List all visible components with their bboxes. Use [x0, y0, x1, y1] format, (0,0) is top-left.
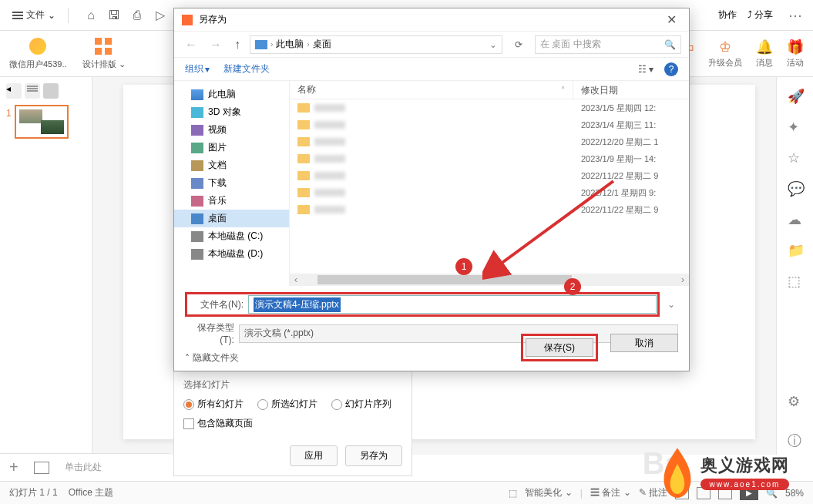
- share-icon[interactable]: ⤴ 分享: [747, 8, 773, 22]
- path-sep-icon: ›: [307, 40, 309, 49]
- select-slides-title: 选择幻灯片: [183, 378, 402, 391]
- video-icon: [191, 125, 203, 136]
- marker-2: 2: [564, 278, 581, 295]
- apply-button[interactable]: 应用: [290, 445, 338, 466]
- file-row[interactable]: 2022/11/22 星期二 9: [290, 201, 689, 218]
- rocket-icon[interactable]: 🚀: [788, 88, 803, 103]
- tree-music[interactable]: 音乐: [174, 192, 289, 210]
- forward-icon[interactable]: →: [207, 38, 225, 52]
- scroll-thumb[interactable]: [317, 275, 572, 284]
- chat-icon[interactable]: 💬: [788, 180, 803, 196]
- organize-menu[interactable]: 组织 ▾: [185, 62, 210, 76]
- slide-panel: ◂ 1: [0, 77, 92, 455]
- print-icon[interactable]: ⎙: [130, 8, 144, 22]
- add-slide-btn[interactable]: +: [9, 459, 18, 476]
- col-name-header[interactable]: 名称˄: [290, 81, 573, 99]
- tree-download[interactable]: 下载: [174, 174, 289, 192]
- tree-diskd[interactable]: 本地磁盘 (D:): [174, 245, 289, 263]
- design-layout-label: 设计排版 ⌄: [82, 59, 126, 70]
- thumb-view-btn[interactable]: [43, 83, 59, 99]
- path-pc[interactable]: 此电脑: [276, 38, 304, 51]
- slide-sequence-radio[interactable]: 幻灯片序列: [331, 398, 391, 411]
- activity-button[interactable]: 🎁活动: [787, 39, 804, 69]
- file-row[interactable]: 2023/1/9 星期一 14:: [290, 150, 689, 167]
- file-row[interactable]: 2023/1/5 星期四 12:: [290, 99, 689, 116]
- tree-diskc[interactable]: 本地磁盘 (C:): [174, 227, 289, 245]
- design-layout[interactable]: 设计排版 ⌄: [82, 37, 126, 70]
- save-button[interactable]: 保存(S): [526, 338, 593, 357]
- desktop-icon: [191, 213, 203, 224]
- tree-pc[interactable]: 此电脑: [174, 86, 289, 103]
- tree-3d[interactable]: 3D 对象: [174, 103, 289, 121]
- cube-status-icon[interactable]: ⬚: [509, 488, 517, 499]
- upgrade-button[interactable]: ♔升级会员: [708, 39, 742, 69]
- folder-icon: [297, 154, 310, 163]
- filename-field[interactable]: 演示文稿4-压缩.pptx: [248, 295, 657, 314]
- back-icon[interactable]: ←: [182, 38, 200, 52]
- download-icon: [191, 178, 203, 189]
- saveas-button[interactable]: 另存为: [345, 445, 402, 466]
- file-list[interactable]: 2023/1/5 星期四 12:2023/1/4 星期三 11:2022/12/…: [290, 99, 689, 274]
- slide-position: 幻灯片 1 / 1: [9, 486, 58, 499]
- file-date: 2023/1/4 星期三 11:: [573, 119, 689, 131]
- all-slides-radio[interactable]: 所有幻灯片: [183, 398, 244, 411]
- outline-icon[interactable]: [34, 462, 49, 474]
- file-row[interactable]: 2022/11/22 星期二 9: [290, 167, 689, 184]
- tree-doc[interactable]: 文档: [174, 156, 289, 174]
- file-row[interactable]: 2022/12/20 星期二 1: [290, 133, 689, 150]
- folder-icon: [297, 205, 310, 214]
- file-menu[interactable]: 文件 ⌄: [6, 5, 62, 25]
- savetype-label: 保存类型(T):: [185, 321, 234, 345]
- remarks-btn[interactable]: ☰ 备注 ⌄: [590, 486, 631, 499]
- list-view-btn[interactable]: [25, 83, 40, 99]
- coop-label[interactable]: 协作: [718, 8, 737, 22]
- add-placeholder: 单击此处: [65, 461, 102, 474]
- dialog-nav: ← → ↑ › 此电脑 › 桌面 ⌄ ⟳ 在 桌面 中搜索 🔍: [174, 32, 689, 58]
- file-row[interactable]: 2023/1/4 星期三 11:: [290, 116, 689, 133]
- save-icon[interactable]: 🖫: [107, 8, 121, 22]
- settings-icon[interactable]: ⚙: [788, 393, 803, 408]
- path-dropdown-icon[interactable]: ⌄: [489, 39, 497, 50]
- file-date: 2023/1/9 星期一 14:: [573, 153, 689, 165]
- cancel-button[interactable]: 取消: [610, 334, 678, 352]
- file-row[interactable]: 2022/12/1 星期四 9:: [290, 184, 689, 201]
- new-folder-btn[interactable]: 新建文件夹: [223, 62, 270, 76]
- close-button[interactable]: ✕: [662, 12, 681, 27]
- preview-icon[interactable]: ▷: [153, 8, 167, 22]
- wechat-user[interactable]: 微信用户4539..: [9, 37, 67, 70]
- path-bar[interactable]: › 此电脑 › 桌面 ⌄: [250, 35, 502, 54]
- horizontal-scrollbar[interactable]: ‹ ›: [290, 274, 689, 286]
- smart-beautify[interactable]: 智能美化 ⌄: [525, 486, 572, 499]
- tree-video[interactable]: 视频: [174, 121, 289, 139]
- include-hidden-checkbox[interactable]: 包含隐藏页面: [183, 417, 253, 430]
- file-date: 2022/11/22 星期二 9: [573, 204, 689, 216]
- search-input[interactable]: 在 桌面 中搜索 🔍: [535, 35, 681, 54]
- selected-slides-radio[interactable]: 所选幻灯片: [257, 398, 317, 411]
- home-icon[interactable]: ⌂: [84, 8, 98, 22]
- tree-pic[interactable]: 图片: [174, 139, 289, 156]
- cube-icon[interactable]: ⬚: [788, 273, 803, 288]
- sparkle-icon[interactable]: ✦: [788, 119, 803, 134]
- more-icon[interactable]: ⋯: [784, 7, 807, 24]
- message-button[interactable]: 🔔消息: [756, 39, 773, 69]
- scroll-right-icon[interactable]: ›: [677, 274, 689, 285]
- file-list-panel: 名称˄ 修改日期 2023/1/5 星期四 12:2023/1/4 星期三 11…: [290, 81, 689, 286]
- filename-dropdown-icon[interactable]: ⌄: [664, 299, 678, 310]
- scroll-left-icon[interactable]: ‹: [290, 274, 302, 285]
- view-mode-icon[interactable]: ☷ ▾: [638, 64, 653, 75]
- slide-thumb-1[interactable]: 1: [6, 105, 86, 139]
- star-icon[interactable]: ☆: [788, 150, 803, 165]
- folder-icon: [297, 171, 310, 180]
- cloud-icon[interactable]: ☁: [788, 211, 803, 227]
- help-icon[interactable]: ?: [664, 62, 678, 76]
- folder-icon[interactable]: 📁: [788, 242, 803, 257]
- disk-icon: [191, 231, 203, 242]
- right-rail: 🚀 ✦ ☆ 💬 ☁ 📁 ⬚ ⚙ ⓘ: [776, 77, 813, 455]
- tree-desktop[interactable]: 桌面: [174, 210, 289, 227]
- radio-off-icon: [257, 399, 268, 410]
- col-date-header[interactable]: 修改日期: [573, 81, 689, 99]
- outline-view-btn[interactable]: ◂: [6, 83, 22, 99]
- path-desktop[interactable]: 桌面: [313, 38, 331, 51]
- up-icon[interactable]: ↑: [231, 38, 244, 52]
- refresh-icon[interactable]: ⟳: [509, 39, 529, 50]
